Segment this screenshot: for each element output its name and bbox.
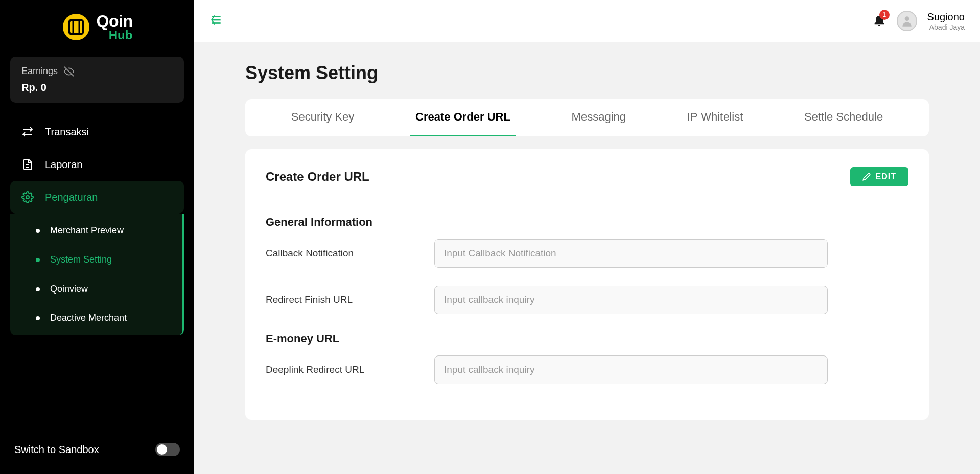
bullet-icon — [36, 287, 40, 291]
tabs: Security Key Create Order URL Messaging … — [245, 99, 929, 136]
pencil-icon — [862, 173, 871, 181]
earnings-box: Earnings Rp. 0 — [10, 57, 184, 103]
nav-item-pengaturan[interactable]: Pengaturan — [10, 181, 184, 214]
form-row-callback: Callback Notification — [266, 239, 908, 268]
bullet-icon — [36, 316, 40, 320]
eye-off-icon[interactable] — [64, 66, 74, 77]
subnav-label: Deactive Merchant — [50, 313, 127, 323]
notifications-button[interactable]: 1 — [872, 13, 886, 29]
svg-point-9 — [904, 16, 909, 21]
transfer-icon — [21, 126, 34, 138]
logo-coin-icon — [62, 13, 90, 41]
subnav-deactive-merchant[interactable]: Deactive Merchant — [10, 303, 182, 333]
edit-button[interactable]: EDIT — [850, 167, 908, 186]
callback-notification-label: Callback Notification — [266, 248, 434, 259]
document-icon — [21, 158, 34, 171]
bullet-icon — [36, 258, 40, 262]
deeplink-redirect-url-label: Deeplink Redirect URL — [266, 364, 434, 375]
subnav-qoinview[interactable]: Qoinview — [10, 274, 182, 303]
sandbox-toggle[interactable] — [155, 443, 180, 456]
topbar: 1 Sugiono Abadi Jaya — [194, 0, 980, 42]
tab-messaging[interactable]: Messaging — [567, 99, 631, 136]
logo: Qoin Hub — [10, 13, 184, 41]
page-title: System Setting — [245, 62, 929, 84]
edit-button-label: EDIT — [876, 172, 896, 181]
nav-label: Laporan — [45, 159, 82, 171]
section-emoney-url: E-money URL — [266, 332, 908, 345]
subnav-merchant-preview[interactable]: Merchant Preview — [10, 216, 182, 245]
pengaturan-subnav: Merchant Preview System Setting Qoinview… — [10, 214, 184, 335]
bullet-icon — [36, 229, 40, 233]
nav-label: Pengaturan — [45, 192, 98, 203]
deeplink-redirect-url-input[interactable] — [434, 356, 828, 384]
user-sub: Abadi Jaya — [927, 23, 965, 31]
svg-point-5 — [26, 196, 29, 199]
svg-point-0 — [63, 14, 89, 40]
panel-title: Create Order URL — [266, 170, 369, 184]
tab-settle-schedule[interactable]: Settle Schedule — [799, 99, 888, 136]
menu-collapse-icon — [209, 13, 223, 27]
sidebar: Qoin Hub Earnings Rp. 0 Transaksi Lapora… — [0, 0, 194, 474]
nav-label: Transaksi — [45, 126, 89, 138]
subnav-label: System Setting — [50, 254, 112, 265]
sandbox-row: Switch to Sandbox — [10, 438, 184, 461]
nav-item-laporan[interactable]: Laporan — [10, 148, 184, 181]
panel-create-order-url: Create Order URL EDIT General Informatio… — [245, 149, 929, 420]
tab-create-order-url[interactable]: Create Order URL — [410, 99, 516, 136]
section-general-information: General Information — [266, 216, 908, 229]
tab-ip-whitelist[interactable]: IP Whitelist — [682, 99, 749, 136]
sidebar-toggle-button[interactable] — [209, 13, 223, 29]
subnav-label: Qoinview — [50, 283, 88, 294]
avatar[interactable] — [897, 11, 917, 31]
notification-badge: 1 — [879, 10, 890, 20]
earnings-amount: Rp. 0 — [21, 82, 173, 93]
redirect-finish-url-label: Redirect Finish URL — [266, 294, 434, 305]
callback-notification-input[interactable] — [434, 239, 828, 268]
user-name: Sugiono — [927, 11, 965, 23]
subnav-label: Merchant Preview — [50, 225, 124, 236]
subnav-system-setting[interactable]: System Setting — [10, 245, 182, 274]
nav-item-transaksi[interactable]: Transaksi — [10, 115, 184, 148]
logo-brand-text: Qoin — [97, 13, 133, 29]
earnings-label: Earnings — [21, 66, 58, 77]
user-info: Sugiono Abadi Jaya — [927, 11, 965, 31]
nav-list: Transaksi Laporan Pengaturan — [10, 115, 184, 214]
gear-icon — [21, 191, 34, 203]
form-row-redirect: Redirect Finish URL — [266, 286, 908, 314]
tab-security-key[interactable]: Security Key — [286, 99, 360, 136]
panel-header: Create Order URL EDIT — [266, 167, 908, 201]
main: 1 Sugiono Abadi Jaya System Setting Secu… — [194, 0, 980, 474]
content: System Setting Security Key Create Order… — [194, 42, 980, 474]
sandbox-label: Switch to Sandbox — [14, 444, 99, 456]
logo-sub-text: Hub — [97, 29, 133, 41]
form-row-deeplink: Deeplink Redirect URL — [266, 356, 908, 384]
user-icon — [900, 14, 914, 28]
redirect-finish-url-input[interactable] — [434, 286, 828, 314]
